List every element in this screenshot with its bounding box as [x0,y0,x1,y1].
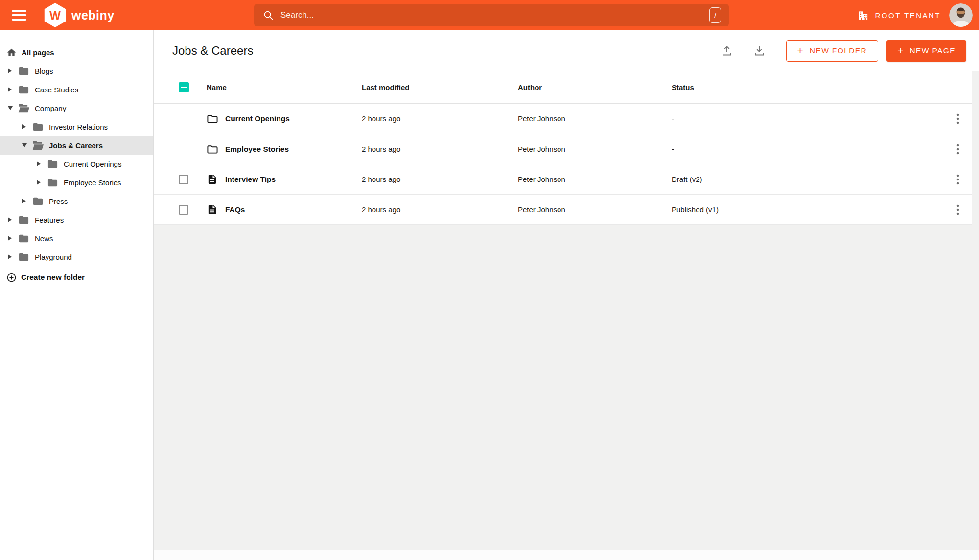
chevron-right-icon[interactable] [8,87,14,92]
sidebar-item-all-pages[interactable]: All pages [0,43,153,62]
search-icon [263,10,274,21]
plus-icon: + [797,45,803,56]
row-menu-button[interactable] [952,202,964,218]
sidebar-item-investor-relations[interactable]: Investor Relations [0,117,153,136]
row-menu-button[interactable] [952,171,964,188]
row-name[interactable]: Current Openings [225,114,290,123]
chevron-right-icon[interactable] [8,254,14,259]
chevron-right-icon[interactable] [22,124,28,129]
download-icon [753,45,766,57]
new-page-button[interactable]: + NEW PAGE [886,40,966,62]
horizontal-scrollbar[interactable] [154,550,979,560]
row-name[interactable]: FAQs [225,205,245,214]
table-row[interactable]: Employee Stories 2 hours ago Peter Johns… [154,134,972,164]
chevron-down-icon[interactable] [22,143,28,147]
column-header-last-modified: Last modified [362,83,518,91]
table-row[interactable]: Current Openings 2 hours ago Peter Johns… [154,104,972,134]
vertical-dots-icon [954,112,962,125]
sidebar-item-label: Case Studies [35,86,78,94]
webiny-logo[interactable]: W webiny [44,3,115,27]
import-pages-button[interactable] [751,43,768,59]
sidebar-item-label: Playground [35,253,72,261]
chevron-right-icon[interactable] [37,180,43,185]
sidebar-item-label: Press [49,197,68,205]
row-checkbox[interactable] [179,205,188,215]
row-checkbox[interactable] [179,175,188,184]
topbar: W webiny / [0,0,979,30]
sidebar-item-label: Employee Stories [64,179,121,187]
chevron-right-icon[interactable] [22,199,28,203]
row-menu-button[interactable] [952,141,964,157]
pages-table: Name Last modified Author Status Current… [154,71,972,225]
vertical-dots-icon [954,203,962,216]
column-header-name: Name [207,83,362,91]
row-status: Draft (v2) [672,175,944,183]
chevron-down-icon[interactable] [8,106,14,110]
folder-icon [18,214,29,225]
hamburger-menu-icon[interactable] [12,10,26,21]
sidebar-item-label: Investor Relations [49,123,108,131]
sidebar-item-label: Company [35,104,66,112]
row-author: Peter Johnson [518,175,672,183]
main-content: Jobs & Careers + NEW FOLDER + NEW [154,30,979,560]
tenant-selector[interactable]: ROOT TENANT [858,10,941,21]
row-last-modified: 2 hours ago [362,175,518,183]
brand-name: webiny [71,8,115,22]
folder-icon [207,113,218,124]
svg-text:W: W [49,9,61,22]
search-bar[interactable]: / [254,4,729,26]
search-input[interactable] [280,10,709,20]
chevron-right-icon[interactable] [8,236,14,241]
column-header-status: Status [672,83,944,91]
chevron-right-icon[interactable] [8,217,14,222]
table-header-row: Name Last modified Author Status [154,71,972,104]
create-new-folder-button[interactable]: Create new folder [0,268,153,287]
sidebar-item-current-openings[interactable]: Current Openings [0,155,153,173]
home-icon [6,47,17,58]
page-title: Jobs & Careers [172,44,253,58]
folder-open-icon [32,140,44,151]
sidebar-item-blogs[interactable]: Blogs [0,62,153,80]
row-name[interactable]: Employee Stories [225,145,289,154]
page-icon [207,174,218,185]
new-folder-label: NEW FOLDER [810,46,867,55]
select-all-checkbox[interactable] [179,82,189,92]
sidebar-item-employee-stories[interactable]: Employee Stories [0,173,153,192]
webiny-hexagon-icon: W [44,3,66,27]
export-pages-button[interactable] [719,43,735,59]
sidebar-item-label: Current Openings [64,160,121,168]
vertical-dots-icon [954,143,962,156]
sidebar-item-company[interactable]: Company [0,99,153,117]
sidebar-item-jobs-careers[interactable]: Jobs & Careers [0,136,153,155]
tenant-name: ROOT TENANT [875,11,941,20]
new-page-label: NEW PAGE [909,46,956,55]
sidebar-item-features[interactable]: Features [0,210,153,229]
row-author: Peter Johnson [518,205,672,214]
sidebar-item-label: Features [35,216,64,224]
row-status: Published (v1) [672,205,944,214]
row-last-modified: 2 hours ago [362,205,518,214]
plus-icon: + [897,45,903,56]
chevron-right-icon[interactable] [37,161,43,166]
folder-tree-sidebar: All pages Blogs Case Studies Company Inv… [0,30,154,560]
folder-icon [207,143,218,155]
table-row[interactable]: FAQs 2 hours ago Peter Johnson Published… [154,195,972,225]
sidebar-item-playground[interactable]: Playground [0,247,153,266]
row-author: Peter Johnson [518,145,672,153]
circle-plus-icon [6,272,17,283]
new-folder-button[interactable]: + NEW FOLDER [786,40,879,62]
sidebar-item-press[interactable]: Press [0,192,153,210]
sidebar-item-label: News [35,234,53,243]
row-menu-button[interactable] [952,111,964,127]
row-status: - [672,145,944,153]
table-row[interactable]: Interview Tips 2 hours ago Peter Johnson… [154,164,972,195]
row-name[interactable]: Interview Tips [225,175,276,184]
row-status: - [672,114,944,123]
chevron-right-icon[interactable] [8,68,14,73]
create-new-folder-label: Create new folder [21,273,85,282]
folder-icon [18,251,29,263]
user-avatar[interactable] [949,3,973,27]
sidebar-item-case-studies[interactable]: Case Studies [0,80,153,99]
sidebar-item-news[interactable]: News [0,229,153,247]
search-shortcut-key: / [709,7,721,23]
